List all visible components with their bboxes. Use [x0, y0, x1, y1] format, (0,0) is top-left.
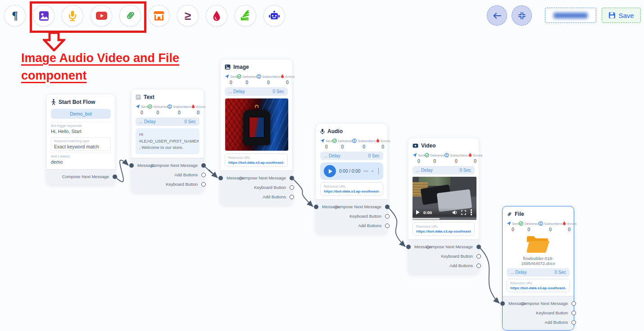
node-file[interactable]: File Sent0 Delivered0 Subscribers0 Error…	[502, 206, 574, 331]
hanger-hook	[255, 105, 259, 109]
node-audio[interactable]: Audio Sent0 Delivered0 Subscribers0 Erro…	[316, 123, 388, 234]
compose-next-message-port[interactable]	[571, 301, 576, 306]
compose-next-message-port[interactable]	[385, 205, 390, 209]
message-in-port[interactable]	[500, 301, 505, 306]
keyboard-button-port[interactable]	[201, 182, 206, 187]
out-port-label: Compose Next Message	[521, 301, 568, 306]
resource-url-box[interactable]: Resource URL https://bot-data.s3.ap-sout…	[225, 153, 288, 167]
add-buttons-port[interactable]	[571, 320, 576, 325]
field-label: Bot trigger keywords	[51, 124, 111, 128]
add-buttons-port[interactable]	[385, 224, 390, 228]
field-value: demo	[51, 159, 111, 165]
pilcrow-icon: ¶	[12, 9, 18, 22]
node-title-label: Text	[144, 94, 154, 100]
person-walking-icon	[51, 99, 56, 105]
video-block-icon	[413, 143, 418, 148]
out-port-label: Keyboard Button	[441, 254, 473, 259]
node-text[interactable]: Text Sent0 Delivered0 Subscribers0 Error…	[131, 89, 204, 192]
volume-icon[interactable]	[452, 210, 458, 215]
matching-type-field[interactable]: Keyword matching type Exact keyword matc…	[51, 137, 111, 151]
resource-url-link[interactable]: https://bot-data.s3.ap-southeast-1.wasab…	[324, 189, 380, 193]
resource-url-link[interactable]: https://bot-data.s3.ap-southeast-1.wasab…	[228, 161, 284, 165]
file-preview[interactable]	[507, 234, 570, 255]
video-progress-bar[interactable]	[413, 218, 476, 220]
volume-icon[interactable]	[372, 169, 374, 174]
message-in-port[interactable]	[406, 245, 411, 249]
play-button[interactable]	[324, 165, 336, 177]
compose-next-message-port[interactable]	[290, 176, 294, 180]
floppy-icon	[608, 12, 616, 19]
video-player[interactable]: 0:00	[413, 177, 476, 220]
message-text-box[interactable]: Hi #LEAD_USER_FIRST_NAME# , Welcome to o…	[136, 128, 200, 154]
toolbar-ecommerce-button[interactable]	[148, 5, 170, 27]
more-options-icon[interactable]	[378, 170, 379, 172]
resource-url-box[interactable]: Resource URL https://bot-data.s3.ap-sout…	[507, 279, 570, 292]
delivered-icon	[148, 104, 152, 109]
annotation-text: Image Audio Video and File component	[21, 49, 179, 85]
node-title-label: File	[515, 211, 524, 217]
stack-icon	[240, 10, 251, 21]
file-name: flowbuilder-518-1695464072.docx	[507, 256, 570, 266]
bot-name-pill[interactable]: Demo_bot	[51, 109, 111, 119]
video-progress-fill	[413, 218, 440, 220]
compose-next-message-port[interactable]	[113, 174, 117, 179]
delay-row[interactable]: ... Delay 0 Sec	[136, 117, 200, 126]
delay-row[interactable]: ... Delay 0 Sec	[225, 87, 288, 96]
compose-next-message-port[interactable]	[201, 163, 206, 168]
out-port-label: Keyboard Button	[349, 214, 381, 219]
out-port-label: Keyboard Button	[166, 182, 198, 187]
stats-row: Sent0 Delivered0 Subscribers0 Errors0	[225, 74, 288, 85]
node-title-label: Audio	[327, 128, 343, 134]
resource-url-link[interactable]: https://bot-data.s3.ap-southeast-1.wasab…	[510, 286, 566, 290]
more-options-icon[interactable]	[471, 211, 472, 213]
toolbar-text-button[interactable]: ¶	[4, 5, 26, 27]
greater-equal-icon: ≥	[185, 9, 191, 23]
add-labels-field[interactable]: Add Label(s) demo	[51, 152, 111, 166]
delay-row[interactable]: ... Delay 0 Sec	[413, 166, 475, 174]
resource-url-link[interactable]: https://bot-data.s3.ap-southeast-1.wasab…	[416, 229, 471, 233]
resource-url-box[interactable]: Resource URL https://bot-data.s3.ap-sout…	[320, 182, 383, 196]
message-in-port[interactable]	[314, 205, 318, 209]
delay-row[interactable]: ... Delay 0 Sec	[507, 268, 570, 277]
save-button[interactable]: Save	[602, 8, 641, 23]
node-title-label: Video	[421, 143, 435, 149]
delay-value: 0 Sec	[184, 119, 196, 124]
annotation-line2: component	[21, 69, 87, 82]
node-image[interactable]: Image Sent0 Delivered0 Subscribers0 Erro…	[220, 59, 292, 205]
fullscreen-icon[interactable]	[461, 210, 466, 215]
back-button[interactable]	[487, 5, 507, 26]
keyboard-button-port[interactable]	[385, 214, 390, 219]
image-preview[interactable]	[225, 98, 289, 151]
errors-value: 0	[197, 110, 200, 115]
out-port-label: Add Buttons	[449, 263, 473, 268]
trigger-keywords-field[interactable]: Bot trigger keywords Hi, Hello, Start	[51, 122, 111, 136]
audio-progress-track[interactable]	[363, 170, 368, 172]
play-icon[interactable]	[416, 210, 420, 215]
delay-row[interactable]: ... Delay 0 Sec	[320, 152, 383, 160]
toolbar-sequence-button[interactable]	[235, 5, 256, 27]
audio-player[interactable]: 0:00 / 0:00	[320, 162, 383, 180]
out-port-label: Compose Next Message	[62, 174, 109, 179]
add-buttons-port[interactable]	[290, 195, 294, 199]
toolbar-condition-button[interactable]: ≥	[177, 5, 199, 27]
node-video[interactable]: Video Sent0 Delivered0 Subscribers0 Erro…	[408, 138, 479, 274]
message-in-port[interactable]	[218, 176, 223, 180]
field-value: Exact keyword match	[54, 144, 108, 149]
toolbar-bot-button[interactable]	[263, 5, 285, 27]
node-start-bot-flow[interactable]: Start Bot Flow Demo_bot Bot trigger keyw…	[46, 94, 115, 185]
in-port-label: Message	[322, 204, 340, 209]
add-buttons-port[interactable]	[201, 173, 206, 177]
compose-next-message-port[interactable]	[476, 245, 481, 249]
message-in-port[interactable]	[129, 163, 134, 168]
errors-icon	[562, 221, 567, 226]
keyboard-button-port[interactable]	[571, 311, 576, 315]
keyboard-button-port[interactable]	[290, 185, 294, 190]
resource-url-box[interactable]: Resource URL https://bot-data.s3.ap-sout…	[413, 222, 475, 236]
collapse-button[interactable]	[512, 5, 532, 26]
add-buttons-port[interactable]	[476, 264, 481, 268]
in-port-label: Message	[508, 301, 526, 306]
out-port-label: Keyboard Button	[254, 185, 286, 190]
toolbar-drip-button[interactable]	[206, 5, 227, 27]
redacted-button[interactable]	[545, 8, 596, 23]
keyboard-button-port[interactable]	[476, 254, 481, 259]
